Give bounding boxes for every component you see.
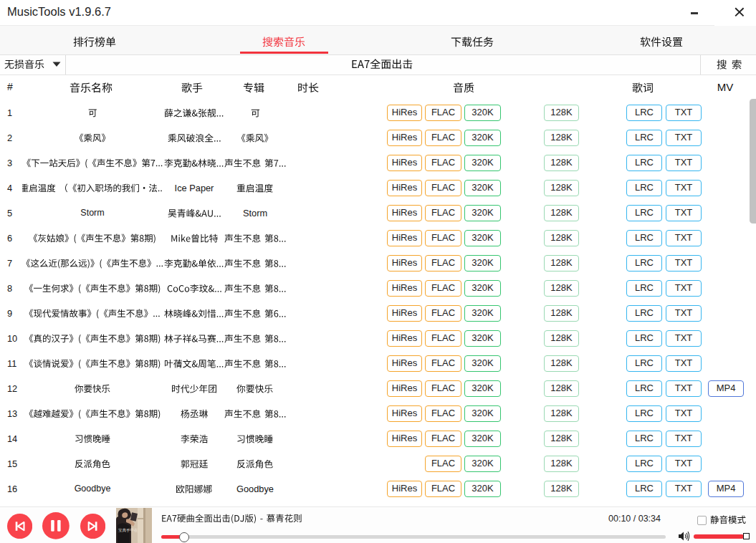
svg-text:宝典手中在: 宝典手中在 [118, 528, 138, 532]
